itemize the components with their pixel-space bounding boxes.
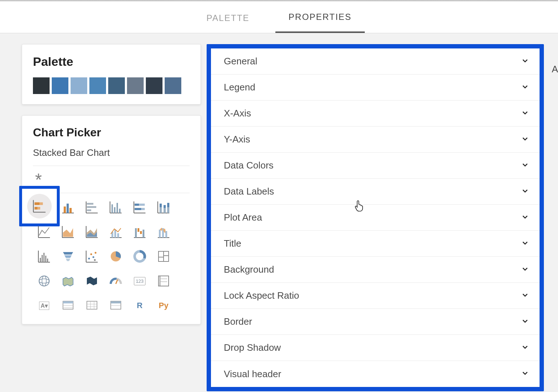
palette-swatch[interactable] — [52, 77, 68, 94]
svg-rect-9 — [69, 208, 72, 213]
svg-rect-13 — [87, 206, 96, 208]
chart-picker-title: Chart Picker — [33, 126, 190, 139]
chart-type-table-alt[interactable] — [109, 298, 123, 313]
palette-swatch[interactable] — [33, 77, 50, 94]
palette-swatch[interactable] — [71, 77, 87, 94]
chart-type-line[interactable] — [37, 225, 51, 239]
chart-type-python-visual[interactable]: Py — [156, 298, 171, 313]
combo-icon — [109, 225, 123, 239]
area-icon — [61, 225, 75, 239]
property-row[interactable]: Background — [211, 257, 540, 283]
property-row[interactable]: X-Axis — [211, 101, 540, 127]
palette-card: Palette — [22, 44, 201, 105]
property-row[interactable]: Visual header — [211, 361, 540, 387]
chart-type-ribbon[interactable] — [156, 225, 171, 239]
chevron-down-icon — [521, 265, 529, 275]
svg-rect-32 — [164, 205, 166, 208]
property-row[interactable]: Y-Axis — [211, 127, 540, 153]
globe-icon — [37, 274, 51, 288]
palette-swatch[interactable] — [89, 77, 106, 94]
chart-type-stacked-column[interactable] — [156, 200, 171, 214]
property-row[interactable]: General — [211, 48, 540, 74]
property-label: Plot Area — [224, 212, 262, 223]
svg-rect-17 — [111, 204, 113, 213]
svg-rect-59 — [40, 258, 41, 262]
svg-point-72 — [95, 252, 97, 254]
chart-type-matrix[interactable] — [85, 298, 99, 313]
chart-type-stacked-bar-100[interactable] — [132, 200, 147, 214]
chart-type-donut[interactable] — [132, 249, 147, 264]
palette-swatch[interactable] — [127, 77, 144, 94]
python-icon: Py — [159, 301, 169, 310]
chart-type-globe-map[interactable] — [37, 274, 51, 288]
chart-type-bar[interactable] — [85, 200, 99, 214]
svg-rect-7 — [64, 206, 66, 213]
palette-swatch[interactable] — [146, 77, 162, 94]
chart-type-table[interactable] — [61, 298, 75, 313]
chart-type-pie[interactable] — [109, 249, 123, 264]
chart-type-funnel[interactable] — [61, 249, 75, 264]
chart-type-clustered-column[interactable] — [61, 200, 75, 214]
asterisk-icon[interactable]: * — [33, 169, 190, 188]
property-row[interactable]: Lock Aspect Ratio — [211, 283, 540, 309]
property-label: Drop Shadow — [224, 342, 281, 353]
chart-type-scatter[interactable] — [85, 249, 99, 264]
chart-picker-selected-label: Stacked Bar Chart — [33, 147, 190, 158]
chart-type-multirow-card[interactable] — [156, 274, 171, 288]
property-row[interactable]: Title — [211, 231, 540, 257]
chart-type-combo[interactable] — [109, 225, 123, 239]
histogram-icon — [37, 249, 51, 264]
svg-point-70 — [90, 253, 92, 255]
palette-swatch[interactable] — [108, 77, 125, 94]
chart-type-treemap[interactable] — [156, 249, 171, 264]
chevron-down-icon — [521, 82, 529, 93]
svg-rect-23 — [135, 204, 139, 206]
svg-marker-39 — [63, 228, 73, 237]
svg-point-81 — [39, 279, 49, 283]
donut-icon — [132, 249, 147, 264]
svg-rect-26 — [141, 208, 145, 210]
chevron-down-icon — [521, 291, 529, 301]
palette-swatch[interactable] — [165, 77, 181, 94]
svg-rect-20 — [119, 209, 121, 213]
property-row[interactable]: Plot Area — [211, 205, 540, 231]
chart-type-filled-map[interactable] — [61, 274, 75, 288]
chevron-down-icon — [521, 108, 529, 119]
property-row[interactable]: Drop Shadow — [211, 335, 540, 361]
chart-type-stacked-area[interactable] — [85, 225, 99, 239]
property-row[interactable]: Data Colors — [211, 153, 540, 179]
property-label: General — [224, 56, 258, 67]
svg-rect-51 — [140, 231, 142, 234]
chart-type-gauge[interactable] — [109, 274, 123, 288]
property-label: Visual header — [224, 368, 282, 380]
chevron-down-icon — [521, 161, 529, 171]
gauge-icon — [109, 274, 123, 288]
chart-type-histogram[interactable] — [37, 249, 51, 264]
chart-type-column[interactable] — [109, 200, 123, 214]
svg-marker-66 — [66, 259, 70, 261]
table-icon — [61, 298, 75, 313]
chart-type-slicer[interactable]: A▾ — [37, 298, 51, 313]
chart-type-area[interactable] — [61, 225, 75, 239]
property-row[interactable]: Border — [211, 309, 540, 335]
svg-rect-19 — [117, 203, 118, 213]
svg-rect-54 — [159, 230, 161, 238]
chevron-down-icon — [521, 343, 529, 353]
svg-point-82 — [42, 276, 46, 286]
chart-type-stacked-bar-selected[interactable] — [19, 186, 60, 226]
svg-rect-98 — [111, 301, 121, 303]
chevron-down-icon — [521, 317, 529, 327]
tab-palette[interactable]: PALETTE — [193, 3, 262, 32]
chart-type-shape-map[interactable] — [85, 274, 99, 288]
svg-rect-56 — [165, 231, 167, 238]
chart-type-waterfall[interactable] — [132, 225, 147, 239]
properties-panel: GeneralLegendX-AxisY-AxisData ColorsData… — [207, 44, 544, 391]
svg-rect-25 — [135, 208, 141, 210]
svg-marker-64 — [63, 252, 73, 255]
chart-type-r-visual[interactable]: R — [132, 298, 147, 313]
property-row[interactable]: Data Labels — [211, 179, 540, 205]
chart-type-card[interactable]: 123 — [132, 274, 147, 288]
tab-properties[interactable]: PROPERTIES — [275, 2, 364, 33]
property-row[interactable]: Legend — [211, 74, 540, 101]
pie-icon — [109, 249, 123, 264]
